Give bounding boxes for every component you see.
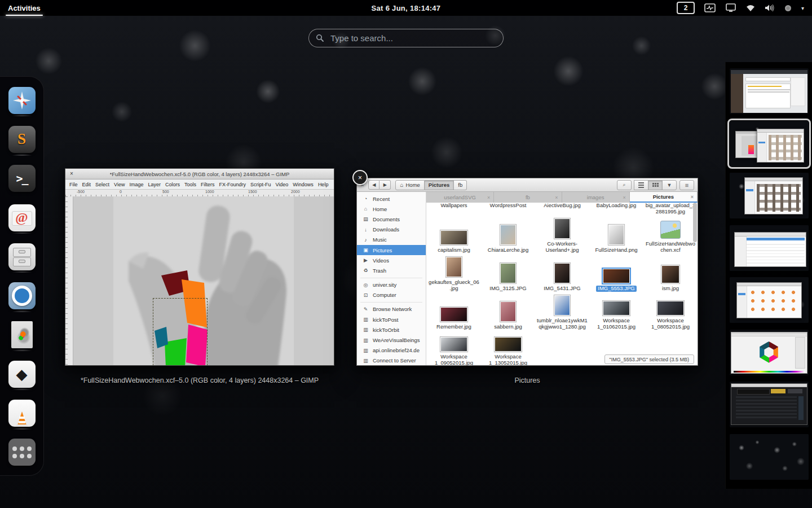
sidebar-item-kicktopost[interactable]: ▥kickToPost bbox=[357, 314, 426, 325]
workspace-thumbnail-8[interactable] bbox=[730, 434, 809, 480]
file-item[interactable]: Co-Workers-Userland+.jpg bbox=[535, 217, 589, 253]
dock-item-terminal[interactable]: >_ bbox=[5, 163, 39, 195]
file-item[interactable]: big_avatar_upload_22881995.jpg bbox=[643, 203, 698, 217]
sidebar-item-downloads[interactable]: ↓Downloads bbox=[357, 225, 426, 235]
clock[interactable]: Sat 6 Jun, 18:14:47 bbox=[372, 4, 441, 12]
gimp-menu-filters[interactable]: Filters bbox=[201, 182, 215, 187]
sidebar-item-recent[interactable]: ◔Recent bbox=[357, 194, 426, 204]
sidebar-item-api-onlinebrief24-de[interactable]: ▥api.onlinebrief24.de bbox=[357, 345, 426, 356]
tab-close-icon[interactable]: × bbox=[691, 194, 694, 200]
file-item[interactable]: Workspace 1_13052015.jpg bbox=[481, 330, 535, 365]
file-item[interactable]: Workspace 1_01062015.jpg bbox=[589, 292, 643, 330]
volume-icon[interactable] bbox=[765, 4, 775, 12]
sidebar-item-home[interactable]: ⌂Home bbox=[357, 204, 426, 214]
file-item[interactable]: ism.jpg bbox=[643, 253, 698, 292]
files-scrollbar[interactable] bbox=[693, 203, 697, 242]
workspace-thumbnail-2[interactable] bbox=[730, 121, 809, 167]
workspace-thumbnail-7[interactable] bbox=[730, 382, 809, 427]
tab-images[interactable]: images× bbox=[562, 192, 630, 203]
sidebar-item-univer-sity[interactable]: ◎univer.sity bbox=[357, 280, 426, 290]
dock-item-sublime-text[interactable]: S bbox=[5, 123, 39, 155]
sort-filter-button[interactable]: ▼ bbox=[662, 180, 677, 190]
workspace-thumbnail-1[interactable] bbox=[730, 68, 809, 114]
sidebar-item-music[interactable]: ♪Music bbox=[357, 235, 426, 245]
file-item[interactable]: Remember.jpg bbox=[427, 292, 481, 330]
workspace-thumbnail-6[interactable] bbox=[730, 330, 809, 375]
sidebar-item-kicktoorbit[interactable]: ▥kickToOrbit bbox=[357, 325, 426, 335]
breadcrumb-pictures[interactable]: Pictures bbox=[425, 180, 454, 190]
dock-item-web-browser[interactable] bbox=[5, 84, 39, 116]
file-item[interactable]: BabyLoading.jpg bbox=[589, 203, 643, 217]
gimp-canvas[interactable] bbox=[65, 196, 334, 365]
gimp-menu-file[interactable]: File bbox=[69, 182, 78, 187]
search-bar[interactable] bbox=[308, 29, 504, 47]
file-item[interactable]: Wallpapers bbox=[427, 203, 481, 217]
file-item[interactable]: tumblr_nloae1ywkM1qkgjwwo1_1280.jpg bbox=[535, 292, 589, 330]
tab-close-icon[interactable]: × bbox=[555, 195, 558, 200]
gimp-menu-help[interactable]: Help bbox=[318, 182, 329, 187]
sidebar-item-computer[interactable]: ⊡Computer bbox=[357, 290, 426, 300]
grid-view-button[interactable] bbox=[648, 180, 663, 190]
gimp-menu-colors[interactable]: Colors bbox=[165, 182, 180, 187]
workspace-thumbnail-5[interactable] bbox=[730, 277, 809, 323]
sidebar-item-documents[interactable]: ▤Documents bbox=[357, 214, 426, 224]
file-item[interactable]: Workspace 1_08052015.jpg bbox=[643, 292, 698, 330]
sidebar-item-connect-to-server[interactable]: ▥Connect to Server bbox=[357, 356, 426, 365]
file-item[interactable]: FullSizeHandWebwochen.xcf bbox=[643, 217, 698, 253]
gimp-menu-view[interactable]: View bbox=[114, 182, 125, 187]
gimp-close-icon[interactable]: × bbox=[70, 171, 73, 177]
dock-item-inkscape[interactable]: ◆ bbox=[5, 358, 39, 390]
dock-item-file-manager[interactable] bbox=[5, 240, 39, 273]
file-item[interactable]: AiectiveBug.jpg bbox=[535, 203, 589, 217]
dropdown-caret-icon[interactable]: ▾ bbox=[801, 5, 804, 11]
gimp-menu-fx-foundry[interactable]: FX-Foundry bbox=[219, 182, 246, 187]
workspace-indicator-badge[interactable]: 2 bbox=[677, 2, 695, 14]
file-item[interactable]: IMG_3125.JPG bbox=[481, 253, 535, 292]
gimp-menu-script-fu[interactable]: Script-Fu bbox=[250, 182, 271, 187]
tab-pictures[interactable]: Pictures× bbox=[630, 192, 698, 203]
search-files-button[interactable]: ⌕ bbox=[617, 180, 632, 190]
gimp-menu-tools[interactable]: Tools bbox=[184, 182, 196, 187]
sidebar-item-wearevisualbeings[interactable]: ▥WeAreVisualBeings bbox=[357, 335, 426, 345]
gimp-menu-layer[interactable]: Layer bbox=[148, 182, 161, 187]
breadcrumb-fb[interactable]: fb bbox=[454, 180, 467, 190]
files-window-preview[interactable]: × ◀ ▶ ⌂HomePicturesfb ⌕ ▼ ≡ userlandSVG×… bbox=[356, 178, 698, 366]
file-item[interactable]: sabbern.jpg bbox=[481, 292, 535, 330]
workspace-thumbnail-4[interactable] bbox=[730, 225, 809, 271]
file-item[interactable]: capitalism.jpg bbox=[427, 217, 481, 253]
user-status-icon[interactable] bbox=[784, 5, 792, 12]
gimp-menu-video[interactable]: Video bbox=[276, 182, 289, 187]
breadcrumb-home[interactable]: ⌂Home bbox=[395, 180, 424, 190]
gimp-menu-windows[interactable]: Windows bbox=[293, 182, 314, 187]
dock-item-email-client[interactable]: @ bbox=[5, 202, 39, 234]
back-button[interactable]: ◀ bbox=[368, 180, 379, 190]
system-monitor-icon[interactable] bbox=[704, 3, 716, 12]
gimp-window-preview[interactable]: × *FullSizeHandWebwochen.xcf-5.0 (RGB co… bbox=[65, 168, 334, 366]
gimp-menu-edit[interactable]: Edit bbox=[82, 182, 91, 187]
search-input[interactable] bbox=[329, 33, 496, 43]
workspace-thumbnail-3[interactable] bbox=[730, 173, 809, 218]
sidebar-item-browse-network[interactable]: ✎Browse Network bbox=[357, 304, 426, 314]
sidebar-item-pictures[interactable]: ▣Pictures bbox=[357, 245, 426, 255]
file-item[interactable]: FullSizeHand.png bbox=[589, 217, 643, 253]
file-item[interactable]: ChiaraLerche.jpg bbox=[481, 217, 535, 253]
dock-item-show-applications[interactable] bbox=[5, 436, 39, 468]
wifi-icon[interactable] bbox=[746, 5, 755, 12]
sidebar-item-videos[interactable]: ▶Videos bbox=[357, 255, 426, 265]
file-item[interactable]: WordpressPost bbox=[481, 203, 535, 217]
list-view-button[interactable] bbox=[634, 180, 648, 190]
tab-userlandsvg[interactable]: userlandSVG× bbox=[426, 192, 494, 203]
activities-button[interactable]: Activities bbox=[6, 4, 43, 12]
forward-button[interactable]: ▶ bbox=[379, 180, 391, 190]
sidebar-item-trash[interactable]: ♻Trash bbox=[357, 265, 426, 275]
hamburger-menu-button[interactable]: ≡ bbox=[679, 180, 694, 190]
gimp-menu-image[interactable]: Image bbox=[129, 182, 143, 187]
gimp-menu-select[interactable]: Select bbox=[95, 182, 109, 187]
display-icon[interactable] bbox=[725, 3, 736, 12]
file-item[interactable]: Workspace 1_09052015.jpg bbox=[427, 330, 481, 365]
dock-item-vlc[interactable] bbox=[5, 397, 39, 429]
tab-fb[interactable]: fb× bbox=[494, 192, 562, 203]
tab-close-icon[interactable]: × bbox=[487, 195, 490, 200]
file-item[interactable]: IMG_5431.JPG bbox=[535, 253, 589, 292]
dock-item-gimp[interactable] bbox=[5, 319, 39, 351]
